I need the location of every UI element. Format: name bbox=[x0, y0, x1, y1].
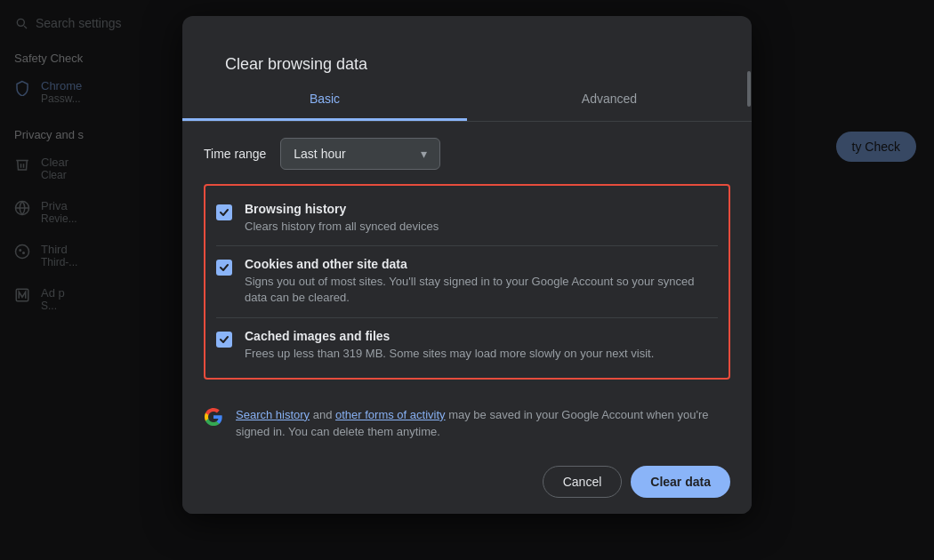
checkmark-icon bbox=[219, 334, 229, 345]
dialog-scrollbar-thumb bbox=[747, 71, 751, 107]
checkbox-cookies: Cookies and other site data Signs you ou… bbox=[216, 246, 718, 317]
checkbox-browsing-history-input[interactable] bbox=[216, 204, 232, 220]
dialog-body: Time range Last hour ▾ Browsing history bbox=[182, 122, 752, 453]
dialog-footer: Cancel Clear data bbox=[182, 453, 752, 514]
google-info-text: Search history and other forms of activi… bbox=[236, 406, 730, 441]
cancel-button[interactable]: Cancel bbox=[543, 466, 623, 498]
dialog-tabs: Basic Advanced bbox=[182, 79, 752, 122]
checkbox-cookies-input[interactable] bbox=[216, 260, 232, 276]
chevron-down-icon: ▾ bbox=[421, 147, 427, 161]
checkmark-icon bbox=[219, 262, 229, 273]
checkmark-icon bbox=[219, 207, 229, 218]
tab-basic[interactable]: Basic bbox=[182, 79, 467, 121]
other-forms-link[interactable]: other forms of activity bbox=[335, 408, 446, 421]
tab-advanced[interactable]: Advanced bbox=[467, 79, 752, 121]
cached-label: Cached images and files bbox=[245, 329, 654, 343]
clear-browsing-data-dialog: Clear browsing data Basic Advanced Time … bbox=[182, 16, 752, 514]
cookies-label: Cookies and other site data bbox=[245, 257, 718, 271]
search-history-link[interactable]: Search history bbox=[236, 408, 310, 421]
time-range-select[interactable]: Last hour ▾ bbox=[280, 138, 440, 170]
time-range-row: Time range Last hour ▾ bbox=[204, 138, 730, 170]
checkbox-cached-input[interactable] bbox=[216, 332, 232, 348]
google-info-row: Search history and other forms of activi… bbox=[204, 394, 730, 453]
checkbox-browsing-history: Browsing history Clears history from all… bbox=[216, 191, 718, 246]
browsing-history-desc: Clears history from all synced devices bbox=[245, 219, 439, 235]
cookies-desc: Signs you out of most sites. You'll stay… bbox=[245, 274, 718, 306]
time-range-label: Time range bbox=[204, 147, 266, 161]
checkboxes-section: Browsing history Clears history from all… bbox=[204, 184, 730, 380]
clear-data-button[interactable]: Clear data bbox=[631, 466, 730, 498]
google-info-and: and bbox=[310, 408, 335, 421]
browsing-history-label: Browsing history bbox=[245, 202, 439, 216]
cached-desc: Frees up less than 319 MB. Some sites ma… bbox=[245, 346, 654, 362]
google-icon bbox=[204, 407, 223, 427]
dialog-title: Clear browsing data bbox=[204, 36, 730, 74]
checkbox-cached: Cached images and files Frees up less th… bbox=[216, 318, 718, 372]
time-range-value: Last hour bbox=[294, 147, 345, 161]
